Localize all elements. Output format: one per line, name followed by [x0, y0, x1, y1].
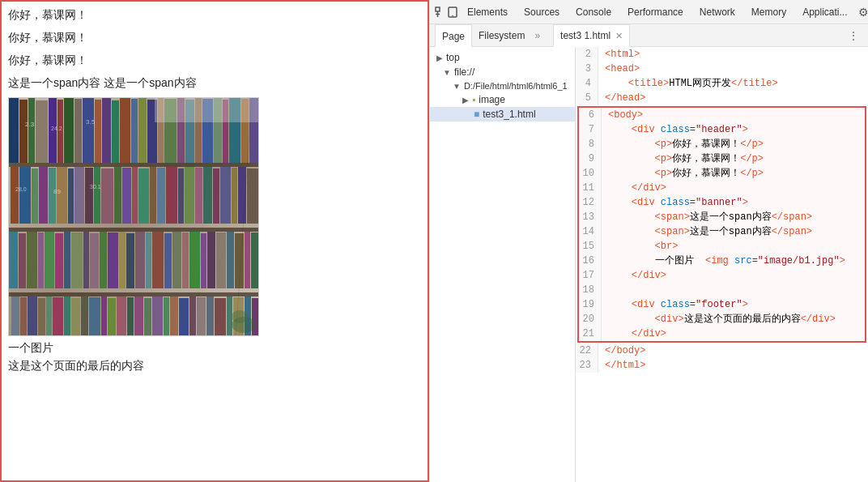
footer-line-2: 这是这个页面的最后的内容	[8, 359, 421, 373]
svg-rect-43	[122, 168, 131, 224]
svg-rect-96	[101, 296, 107, 336]
svg-rect-11	[74, 99, 82, 163]
svg-rect-69	[108, 232, 118, 288]
svg-rect-80	[207, 232, 215, 288]
svg-rect-39	[85, 168, 93, 224]
file-tab-close[interactable]: ✕	[615, 24, 623, 47]
svg-rect-67	[90, 233, 99, 288]
settings-icon[interactable]: ⚙	[856, 4, 868, 20]
code-line: 15 <br>	[579, 239, 865, 254]
svg-rect-98	[117, 296, 126, 336]
editor-more[interactable]: ⋮	[844, 30, 863, 41]
svg-rect-88	[28, 296, 37, 336]
tree-folder-html6[interactable]: ▼ D:/File/html/html6/html6_1	[430, 79, 575, 92]
webpage-preview: 你好，慕课网！ 你好，慕课网！ 你好，慕课网！ 这是一个span内容 这是一个s…	[0, 0, 429, 482]
svg-rect-91	[53, 297, 63, 336]
tree-folder-image[interactable]: ▶ ▪ image	[430, 92, 575, 107]
svg-rect-84	[245, 232, 250, 288]
tree-file-protocol[interactable]: ▼ file://	[430, 65, 575, 79]
svg-rect-15	[112, 100, 119, 163]
line-number: 18	[579, 283, 602, 297]
svg-rect-61	[38, 232, 44, 288]
svg-rect-99	[127, 297, 134, 336]
header-line-2: 你好，慕课网！	[8, 31, 421, 45]
svg-rect-37	[68, 168, 74, 224]
line-number: 15	[579, 239, 602, 254]
svg-rect-33	[32, 168, 38, 224]
svg-rect-48	[166, 167, 177, 224]
line-content: </body>	[598, 343, 868, 358]
svg-rect-13	[95, 100, 101, 163]
svg-rect-34	[39, 167, 48, 224]
file-tab-test3[interactable]: test3 1.html ✕	[553, 24, 630, 47]
svg-rect-68	[100, 232, 107, 288]
svg-rect-58	[9, 232, 18, 288]
line-content: <html>	[598, 47, 868, 62]
code-line: 18	[579, 283, 865, 297]
svg-rect-75	[164, 233, 172, 288]
svg-rect-72	[135, 232, 145, 288]
line-content: </div>	[602, 326, 865, 341]
svg-rect-78	[189, 232, 200, 288]
svg-rect-77	[182, 232, 189, 288]
header-line-3: 你好，慕课网！	[8, 53, 421, 68]
code-line: 12 <div class="banner">	[579, 195, 865, 210]
tab-filesystem[interactable]: Filesystem	[472, 24, 531, 47]
svg-rect-113	[252, 298, 259, 336]
tab-performance[interactable]: Performance	[619, 0, 691, 24]
tab-application[interactable]: Applicati...	[794, 0, 855, 24]
tab-elements[interactable]: Elements	[459, 0, 516, 24]
code-line: 10 <p>你好，慕课网！</p>	[579, 166, 865, 181]
code-editor[interactable]: 2<html>3<head>4 <title>HTML网页开发</title>5…	[576, 47, 868, 482]
svg-rect-7	[36, 100, 48, 163]
line-content: <span>这是一个span内容</span>	[602, 224, 865, 239]
tab-memory[interactable]: Memory	[743, 0, 794, 24]
svg-rect-54	[220, 167, 231, 224]
arrow-icon: ▼	[443, 68, 451, 77]
line-number: 11	[579, 181, 602, 195]
svg-rect-46	[150, 167, 156, 224]
line-number: 19	[579, 297, 602, 312]
code-line: 4 <title>HTML网页开发</title>	[576, 76, 868, 91]
line-content: <div class="banner">	[602, 195, 865, 210]
svg-rect-89	[38, 298, 45, 336]
line-number: 7	[579, 122, 602, 137]
svg-rect-71	[126, 233, 134, 288]
svg-rect-53	[213, 168, 219, 224]
svg-rect-4	[9, 98, 19, 163]
inspect-icon[interactable]	[435, 4, 446, 20]
tab-network[interactable]: Network	[691, 0, 743, 24]
tab-sources[interactable]: Sources	[516, 0, 568, 24]
svg-text:28.0: 28.0	[15, 186, 27, 192]
svg-text:89: 89	[53, 188, 61, 195]
svg-rect-38	[74, 167, 84, 224]
more-tabs[interactable]: »	[531, 30, 543, 41]
tree-label: file://	[454, 66, 474, 78]
svg-rect-108	[206, 296, 214, 336]
code-line: 16 一个图片 <img src="image/b1.jpg">	[579, 254, 865, 268]
svg-rect-86	[11, 296, 19, 336]
tree-file-test3[interactable]: ■ test3_1.html	[430, 107, 575, 122]
svg-rect-102	[152, 296, 163, 336]
tree-label: D:/File/html/html6/html6_1	[464, 81, 568, 91]
svg-rect-44	[132, 167, 138, 224]
svg-rect-95	[89, 297, 100, 336]
svg-rect-93	[71, 298, 80, 336]
svg-rect-10	[64, 98, 74, 163]
svg-rect-65	[71, 232, 83, 288]
tab-page[interactable]: Page	[435, 24, 472, 47]
line-number: 3	[576, 62, 598, 76]
svg-text:2.3: 2.3	[25, 121, 35, 128]
mobile-icon[interactable]	[448, 4, 457, 20]
code-line: 9 <p>你好，慕课网！</p>	[579, 151, 865, 166]
line-content: </div>	[602, 181, 865, 195]
svg-rect-9	[57, 100, 63, 163]
line-content: <br>	[602, 239, 865, 254]
svg-rect-18	[138, 98, 147, 163]
footer-line-1: 一个图片	[8, 341, 421, 356]
tree-top[interactable]: ▶ top	[430, 50, 575, 65]
devtools-secondbar: Page Filesystem » test3 1.html ✕ ⋮	[430, 24, 868, 47]
tab-console[interactable]: Console	[568, 0, 619, 24]
svg-rect-55	[232, 168, 237, 224]
line-number: 14	[579, 224, 602, 239]
